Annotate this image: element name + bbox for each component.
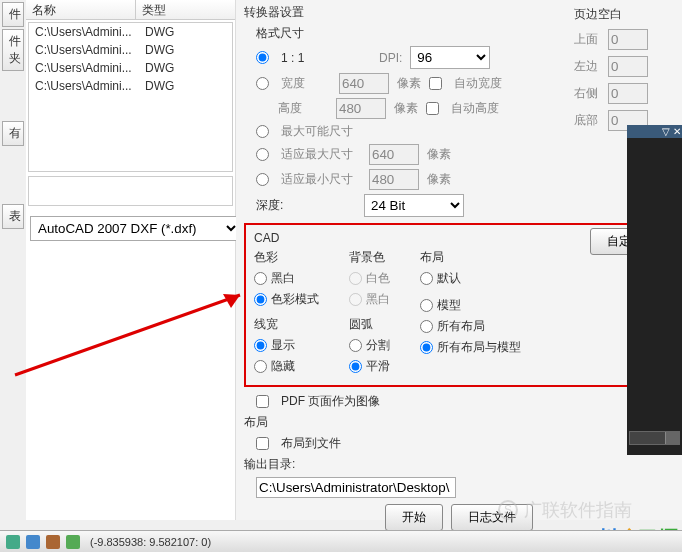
dpi-label: DPI: — [379, 51, 402, 65]
fit-max-input[interactable] — [369, 144, 419, 165]
margin-left-input[interactable] — [608, 56, 648, 77]
bg-black-label: 黑白 — [366, 291, 390, 308]
format-select[interactable]: AutoCAD 2007 DXF (*.dxf) — [30, 216, 240, 241]
arc-smooth-radio[interactable] — [349, 360, 362, 373]
height-label: 高度 — [278, 100, 328, 117]
layout-section-title: 布局 — [244, 414, 674, 431]
status-icon-2[interactable] — [26, 535, 40, 549]
bg-white-radio — [349, 272, 362, 285]
pdf-as-image-check[interactable] — [256, 395, 269, 408]
width-radio[interactable] — [256, 77, 269, 90]
file-list-header: 名称 类型 — [26, 0, 235, 20]
lw-show-label: 显示 — [271, 337, 295, 354]
start-button[interactable]: 开始 — [385, 504, 443, 531]
side-btn-folder[interactable]: 件夹 — [2, 29, 24, 71]
color-bw-radio[interactable] — [254, 272, 267, 285]
scroll-right-icon[interactable] — [665, 432, 679, 444]
px-label4: 像素 — [427, 171, 451, 188]
fit-min-radio[interactable] — [256, 173, 269, 186]
arc-split-label: 分割 — [366, 337, 390, 354]
dark-panel: ▽ ✕ — [627, 125, 682, 455]
auto-height-label: 自动高度 — [451, 100, 499, 117]
color-mode-radio[interactable] — [254, 293, 267, 306]
arc-split-radio[interactable] — [349, 339, 362, 352]
margin-top-input[interactable] — [608, 29, 648, 50]
layout-default-radio[interactable] — [420, 272, 433, 285]
ratio-1-1-label: 1 : 1 — [281, 51, 331, 65]
margins-title: 页边空白 — [574, 6, 664, 23]
px-label: 像素 — [397, 75, 421, 92]
side-btn-list[interactable]: 表： — [2, 204, 24, 229]
status-icon-4[interactable] — [66, 535, 80, 549]
auto-width-label: 自动宽度 — [454, 75, 502, 92]
layout-to-file-label: 布局到文件 — [281, 435, 341, 452]
watermark: S 广联软件指南 — [498, 498, 632, 522]
margin-right-input[interactable] — [608, 83, 648, 104]
output-title: 输出目录: — [244, 456, 674, 473]
margin-top-label: 上面 — [574, 31, 602, 48]
bg-title: 背景色 — [349, 249, 390, 266]
max-size-label: 最大可能尺寸 — [281, 123, 353, 140]
status-bar: (-9.835938: 9.582107: 0) — [0, 530, 682, 552]
main-content: 件 件夹 有 表： 名称 类型 C:\Users\Admini...DWG C:… — [0, 0, 682, 520]
height-input[interactable] — [336, 98, 386, 119]
col-name[interactable]: 名称 — [26, 0, 136, 19]
table-row[interactable]: C:\Users\Admini...DWG — [29, 23, 232, 41]
auto-height-check[interactable] — [426, 102, 439, 115]
layout-all-radio[interactable] — [420, 320, 433, 333]
max-size-radio[interactable] — [256, 125, 269, 138]
lw-hide-radio[interactable] — [254, 360, 267, 373]
margin-right-label: 右侧 — [574, 85, 602, 102]
side-btn-all[interactable]: 有 — [2, 121, 24, 146]
ratio-1-1-radio[interactable] — [256, 51, 269, 64]
layout-to-file-check[interactable] — [256, 437, 269, 450]
fit-min-input[interactable] — [369, 169, 419, 190]
margin-bottom-label: 底部 — [574, 112, 602, 129]
bg-white-label: 白色 — [366, 270, 390, 287]
empty-list — [28, 176, 233, 206]
file-list[interactable]: C:\Users\Admini...DWG C:\Users\Admini...… — [28, 22, 233, 172]
coords-display: (-9.835938: 9.582107: 0) — [90, 536, 211, 548]
settings-panel: 转换器设置 格式尺寸 1 : 1 DPI: 96 宽度 像素 自动宽度 高度 像… — [236, 0, 682, 520]
page-margins: 页边空白 上面 左边 右侧 底部 — [574, 6, 664, 137]
depth-select[interactable]: 24 Bit — [364, 194, 464, 217]
side-btn-file[interactable]: 件 — [2, 2, 24, 27]
pdf-as-image-label: PDF 页面作为图像 — [281, 393, 380, 410]
fit-max-label: 适应最大尺寸 — [281, 146, 361, 163]
fit-min-label: 适应最小尺寸 — [281, 171, 361, 188]
scrollbar[interactable] — [629, 431, 680, 445]
px-label3: 像素 — [427, 146, 451, 163]
width-label: 宽度 — [281, 75, 331, 92]
layout-all-model-radio[interactable] — [420, 341, 433, 354]
status-icon-3[interactable] — [46, 535, 60, 549]
table-row[interactable]: C:\Users\Admini...DWG — [29, 77, 232, 95]
dark-panel-header[interactable]: ▽ ✕ — [627, 125, 682, 138]
fit-max-radio[interactable] — [256, 148, 269, 161]
color-mode-label: 色彩模式 — [271, 291, 319, 308]
lw-hide-label: 隐藏 — [271, 358, 295, 375]
margin-left-label: 左边 — [574, 58, 602, 75]
col-type[interactable]: 类型 — [136, 0, 235, 19]
layout-model-radio[interactable] — [420, 299, 433, 312]
table-row[interactable]: C:\Users\Admini...DWG — [29, 41, 232, 59]
color-title: 色彩 — [254, 249, 319, 266]
layout-all-label: 所有布局 — [437, 318, 485, 335]
bg-black-radio — [349, 293, 362, 306]
arc-smooth-label: 平滑 — [366, 358, 390, 375]
depth-label: 深度: — [256, 197, 306, 214]
lw-title: 线宽 — [254, 316, 319, 333]
layout-model-label: 模型 — [437, 297, 461, 314]
auto-width-check[interactable] — [429, 77, 442, 90]
dpi-select[interactable]: 96 — [410, 46, 490, 69]
layout-all-model-label: 所有布局与模型 — [437, 339, 521, 356]
arc-title: 圆弧 — [349, 316, 390, 333]
lw-show-radio[interactable] — [254, 339, 267, 352]
width-input[interactable] — [339, 73, 389, 94]
color-bw-label: 黑白 — [271, 270, 295, 287]
layout-default-label: 默认 — [437, 270, 461, 287]
layout-title: 布局 — [420, 249, 521, 266]
px-label2: 像素 — [394, 100, 418, 117]
table-row[interactable]: C:\Users\Admini...DWG — [29, 59, 232, 77]
status-icon-1[interactable] — [6, 535, 20, 549]
output-path-input[interactable] — [256, 477, 456, 498]
